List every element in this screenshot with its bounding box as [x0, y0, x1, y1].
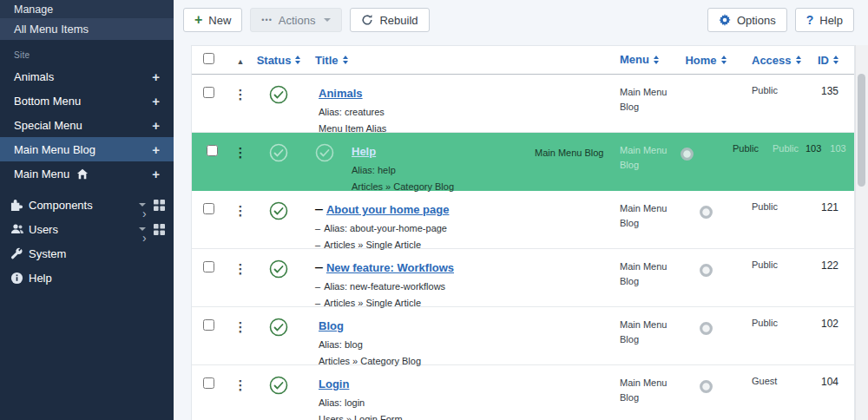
add-menu-item-icon[interactable]: + [148, 118, 163, 133]
chevron-right-icon[interactable]: › [139, 227, 146, 231]
chevron-right-icon[interactable]: › [139, 203, 146, 207]
home-toggle-icon[interactable] [699, 263, 713, 281]
select-all-checkbox[interactable] [203, 53, 214, 64]
actions-button[interactable]: ••• Actions [250, 8, 342, 32]
sidebar-item-animals[interactable]: Animals + [0, 64, 174, 89]
sidebar-section-site: Site [0, 40, 174, 64]
menu-item-alias: Alias: login [315, 397, 604, 408]
menu-item-title-link[interactable]: New feature: Workflows [326, 261, 454, 274]
menu-item-title-link[interactable]: Help [352, 145, 376, 158]
drag-handle-icon[interactable]: ⋮ [234, 320, 247, 333]
column-header-title[interactable]: Title [301, 54, 604, 67]
sort-icon [295, 56, 300, 64]
sidebar-item-all-menu-items[interactable]: All Menu Items [0, 18, 174, 40]
menu-cell: Main Menu Blog [604, 376, 679, 404]
row-checkbox[interactable] [203, 377, 214, 389]
gear-icon [719, 14, 731, 26]
row-checkbox[interactable] [203, 261, 214, 272]
nav-label: Components [29, 199, 136, 212]
drag-handle-icon[interactable]: ⋮ [234, 88, 247, 101]
menu-item-title-link[interactable]: Animals [319, 87, 363, 100]
id-cell: 104 [806, 376, 854, 388]
sidebar-item-components[interactable]: Components › [0, 193, 174, 217]
options-button[interactable]: Options [707, 8, 787, 32]
menu-item-type: Articles » Category Blog [315, 356, 604, 366]
sidebar-item-main-menu[interactable]: Main Menu + [0, 161, 174, 186]
menu-cell: Main Menu Blog [604, 85, 679, 114]
row-checkbox[interactable] [207, 145, 218, 156]
column-header-home[interactable]: Home [679, 54, 733, 67]
sort-icon [796, 56, 801, 64]
row-checkbox[interactable] [203, 203, 214, 214]
table-row-dragging: ⋮ Help Alias: help Articles » Category B… [192, 133, 854, 191]
drag-handle-icon[interactable]: ⋮ [234, 262, 247, 275]
sort-icon [721, 56, 727, 64]
menu-item-title-link[interactable]: Blog [319, 319, 344, 332]
sidebar-item-special-menu[interactable]: Special Menu + [0, 113, 174, 137]
main-content: + New ••• Actions Rebuild Options ? Help [174, 0, 868, 420]
row-checkbox[interactable] [203, 319, 214, 331]
add-menu-item-icon[interactable]: + [148, 94, 163, 108]
add-menu-item-icon[interactable]: + [148, 142, 163, 157]
menu-item-title-link[interactable]: About your home page [326, 203, 450, 216]
scrollbar[interactable] [855, 45, 868, 420]
sidebar-item-manage[interactable]: Manage [0, 0, 174, 18]
home-toggle-icon[interactable] [699, 379, 713, 397]
status-published-icon[interactable] [269, 201, 288, 220]
actions-button-label: Actions [279, 14, 316, 27]
home-toggle-icon[interactable] [699, 205, 713, 223]
drag-handle-icon[interactable]: ⋮ [234, 146, 247, 159]
new-button[interactable]: + New [183, 8, 242, 32]
table-row: ⋮ Login Alias: login Users » Login Form … [192, 365, 854, 420]
home-toggle-icon[interactable] [680, 147, 694, 165]
question-icon: ? [806, 13, 814, 27]
menu-item-alias: Alias: help [352, 165, 454, 175]
add-menu-item-icon[interactable]: + [148, 167, 163, 181]
drag-menu-label: Main Menu Blog [535, 148, 604, 158]
access-cell: Public [733, 318, 806, 328]
menu-item-alias: –Alias: new-feature-workflows [315, 281, 604, 292]
info-icon [10, 272, 29, 285]
menu-label: Main Menu [14, 167, 69, 180]
rebuild-button-label: Rebuild [379, 14, 418, 27]
status-published-icon[interactable] [269, 318, 288, 337]
home-toggle-icon[interactable] [699, 321, 713, 339]
scrollbar-thumb[interactable] [858, 74, 865, 187]
add-menu-item-icon[interactable]: + [148, 69, 163, 84]
id-cell: 103 [806, 143, 821, 154]
menu-item-alias: Alias: creatures [315, 107, 604, 117]
ellipsis-icon: ••• [261, 16, 272, 24]
ordering-sort-icon[interactable]: ▲ [237, 57, 245, 66]
status-published-icon[interactable] [269, 376, 288, 395]
column-header-id[interactable]: ID [806, 54, 854, 67]
menu-item-title-link[interactable]: Login [319, 377, 349, 390]
home-icon [76, 168, 89, 180]
menu-item-type: Users » Login Form [315, 414, 604, 420]
menu-label: Main Menu Blog [14, 143, 95, 156]
sidebar-item-users[interactable]: Users › [0, 217, 174, 241]
sidebar-item-main-menu-blog[interactable]: Main Menu Blog + [0, 137, 174, 161]
status-published-icon[interactable] [269, 143, 288, 162]
column-header-access[interactable]: Access [733, 54, 806, 67]
menu-item-type: –Articles » Single Article [315, 240, 604, 250]
grid-icon[interactable] [154, 224, 165, 235]
rebuild-button[interactable]: Rebuild [350, 8, 429, 32]
row-checkbox[interactable] [203, 87, 214, 98]
menu-item-alias: –Alias: about-your-home-page [315, 223, 604, 233]
menu-cell: Main Menu Blog [604, 318, 679, 346]
drag-handle-icon[interactable]: ⋮ [234, 204, 247, 217]
plus-icon: + [194, 13, 202, 27]
sidebar-item-help[interactable]: Help [0, 266, 174, 290]
status-published-icon[interactable] [269, 85, 288, 104]
sidebar: Manage All Menu Items Site Animals + Bot… [0, 0, 174, 420]
grid-icon[interactable] [154, 200, 165, 211]
help-button[interactable]: ? Help [795, 8, 854, 32]
sidebar-item-bottom-menu[interactable]: Bottom Menu + [0, 89, 174, 113]
sidebar-item-system[interactable]: System [0, 241, 174, 266]
status-published-icon[interactable] [269, 259, 288, 279]
help-button-label: Help [819, 14, 843, 27]
column-header-status[interactable]: Status [256, 54, 301, 67]
id-cell-ghost: 103 [830, 143, 845, 154]
column-header-menu[interactable]: Menu [604, 51, 679, 69]
drag-handle-icon[interactable]: ⋮ [234, 378, 247, 391]
